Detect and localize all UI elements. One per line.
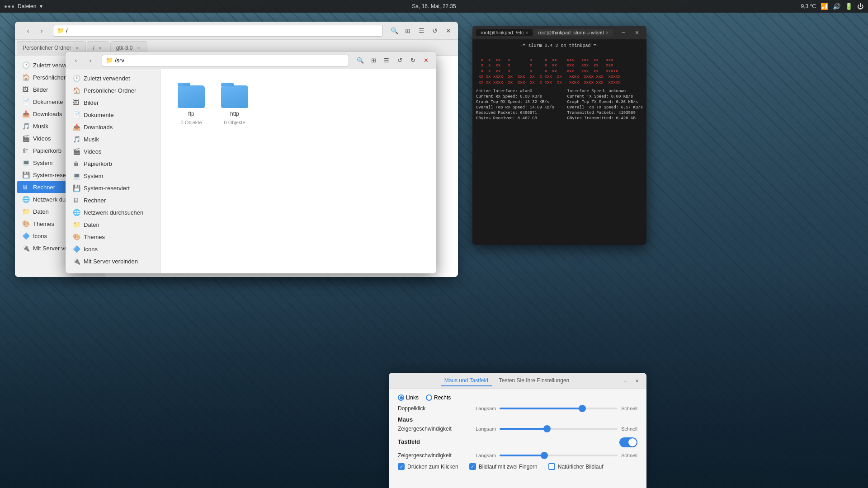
fm2-sidebar-sysreserved[interactable]: 💾 System-reserviert bbox=[67, 182, 158, 194]
fm2-forward-button[interactable]: › bbox=[85, 55, 96, 66]
maus-zeiger-thumb[interactable] bbox=[543, 425, 551, 432]
doppelklick-thumb[interactable] bbox=[579, 405, 586, 412]
topbar-app-label[interactable]: Dateien bbox=[18, 3, 36, 9]
fm2-sidebar-pictures[interactable]: 🖼 Bilder bbox=[67, 97, 158, 108]
fm1-back-button[interactable]: ‹ bbox=[22, 25, 34, 37]
mouse-tab-mouse[interactable]: Maus und Tastfeld bbox=[441, 375, 492, 386]
natuerlich-checkbox[interactable]: Natürlicher Bildlauf bbox=[548, 463, 604, 470]
natuerlich-check-box[interactable] bbox=[548, 463, 555, 470]
pictures-icon: 🖼 bbox=[22, 86, 29, 93]
mouse-tab-test[interactable]: Testen Sie Ihre Einstellungen bbox=[495, 375, 573, 386]
radio-left[interactable]: Links bbox=[398, 394, 419, 401]
tab-root-close[interactable]: × bbox=[97, 45, 104, 51]
terminal-content[interactable]: -= slurm 0.4.2 on thinkpad =- x x xx x x… bbox=[472, 39, 646, 245]
term-recv-pkts: Received Packets: 6496971 bbox=[476, 111, 554, 115]
terminal-tab-slurm[interactable]: root@thinkpad: slurm -i wlan0 × bbox=[533, 29, 613, 36]
tastfeld-zeiger-slider-row: Langsam Schnell bbox=[476, 453, 637, 458]
fm2-computer-label: Rechner bbox=[84, 197, 106, 204]
tastfeld-toggle-thumb bbox=[628, 438, 637, 446]
fm1-forward-button[interactable]: › bbox=[36, 25, 47, 37]
tab-personal-close[interactable]: × bbox=[74, 45, 80, 51]
mouse-close-button[interactable]: × bbox=[632, 376, 642, 386]
battery-icon[interactable]: 🔋 bbox=[845, 3, 853, 10]
volume-icon[interactable]: 🔊 bbox=[833, 3, 840, 10]
term-overall-tx: Overall Top TX Speed: 6.57 KB/s bbox=[567, 105, 643, 110]
fm1-refresh-button[interactable]: ↺ bbox=[429, 25, 441, 37]
bildlauf-check-box[interactable]: ✓ bbox=[469, 463, 476, 470]
fm1-list-button[interactable]: ☰ bbox=[415, 25, 427, 37]
terminal-tab-slurm-close[interactable]: × bbox=[606, 30, 609, 35]
doppelklick-track bbox=[500, 408, 618, 409]
fm2-data-icon: 📁 bbox=[73, 221, 80, 228]
fm2-sidebar-recent[interactable]: 🕐 Zuletzt verwendet bbox=[67, 72, 158, 84]
fm2-forward2-button[interactable]: ↻ bbox=[407, 55, 419, 66]
tastfeld-toggle[interactable] bbox=[619, 437, 637, 447]
fm1-nav: ‹ › bbox=[22, 25, 47, 37]
folder-http-count: 0 Objekte bbox=[224, 120, 245, 125]
terminal-minimize-button[interactable]: − bbox=[618, 27, 629, 38]
fm1-search-button[interactable]: 🔍 bbox=[388, 25, 400, 37]
fm2-search-button[interactable]: 🔍 bbox=[354, 55, 366, 66]
bildlauf-checkbox[interactable]: ✓ Bildlauf mit zwei Fingern bbox=[469, 463, 538, 470]
fm2-system-icon: 💻 bbox=[73, 172, 80, 179]
fm2-sidebar-trash[interactable]: 🗑 Papierkorb bbox=[67, 158, 158, 169]
topbar-arrow: ▾ bbox=[40, 3, 42, 9]
fm2-back-button[interactable]: ‹ bbox=[70, 55, 82, 66]
fm2-sidebar-icons[interactable]: 🔷 Icons bbox=[67, 243, 158, 255]
tab-gtk-close[interactable]: × bbox=[135, 45, 142, 51]
fm2-sidebar-computer[interactable]: 🖥 Rechner bbox=[67, 194, 158, 206]
folder-ftp[interactable]: ftp 0 Objekte bbox=[173, 82, 209, 129]
tastfeld-zeiger-row: Zeigergeschwindigkeit Langsam Schnell bbox=[398, 452, 637, 459]
fm2-grid-button[interactable]: ⊞ bbox=[368, 55, 379, 66]
drucken-checkbox[interactable]: ✓ Drücken zum Klicken bbox=[398, 463, 458, 470]
radio-left-circle[interactable] bbox=[398, 394, 404, 401]
fm2-sidebar-home[interactable]: 🏠 Persönlicher Ordner bbox=[67, 84, 158, 96]
sidebar-documents-label: Dokumente bbox=[33, 99, 63, 105]
data-icon: 📁 bbox=[22, 208, 29, 215]
mouse-minimize-button[interactable]: − bbox=[620, 376, 630, 386]
topbar-dots[interactable] bbox=[5, 5, 14, 8]
natuerlich-label: Natürlicher Bildlauf bbox=[558, 464, 604, 470]
fm1-close-button[interactable]: ✕ bbox=[443, 25, 454, 37]
terminal-tab-etc-close[interactable]: × bbox=[526, 30, 528, 35]
icons-icon: 🔷 bbox=[22, 232, 29, 239]
doppelklick-slider-row: Langsam Schnell bbox=[476, 406, 637, 411]
fm2-sidebar-network[interactable]: 🌐 Netzwerk durchsuchen bbox=[67, 206, 158, 218]
radio-right-label: Rechts bbox=[434, 394, 451, 401]
tastfeld-slow-label: Langsam bbox=[476, 453, 496, 458]
radio-right[interactable]: Rechts bbox=[426, 394, 451, 401]
fm2-back2-button[interactable]: ↺ bbox=[394, 55, 406, 66]
fm2-sidebar-data[interactable]: 📁 Daten bbox=[67, 219, 158, 230]
term-gbytes-trans: GBytes Transmitted: 0.428 GB bbox=[567, 116, 643, 121]
fm1-titlebar: ‹ › 📁 / 🔍 ⊞ ☰ ↺ ✕ bbox=[15, 22, 458, 40]
fm2-sidebar-videos[interactable]: 🎬 Videos bbox=[67, 145, 158, 157]
fm1-actions: 🔍 ⊞ ☰ ↺ ✕ bbox=[388, 25, 454, 37]
drucken-check-box[interactable]: ✓ bbox=[398, 463, 405, 470]
file-manager-2: ‹ › 📁 /srv 🔍 ⊞ ☰ ↺ ↻ ✕ 🕐 Zuletzt verwend… bbox=[66, 52, 436, 273]
fm2-sidebar-documents[interactable]: 📄 Dokumente bbox=[67, 109, 158, 121]
fm1-path[interactable]: 📁 / bbox=[53, 25, 383, 37]
fm1-grid-button[interactable]: ⊞ bbox=[402, 25, 414, 37]
power-icon[interactable]: ⏻ bbox=[857, 3, 863, 10]
fm2-data-label: Daten bbox=[84, 221, 99, 228]
folder-http[interactable]: http 0 Objekte bbox=[217, 82, 253, 129]
fm2-sidebar-music[interactable]: 🎵 Musik bbox=[67, 133, 158, 145]
fm2-close-button[interactable]: ✕ bbox=[420, 55, 432, 66]
wifi-icon[interactable]: 📶 bbox=[821, 3, 828, 10]
fm2-sidebar-themes[interactable]: 🎨 Themes bbox=[67, 231, 158, 243]
fm2-sidebar-system[interactable]: 💻 System bbox=[67, 170, 158, 182]
fm2-sidebar-connect[interactable]: 🔌 Mit Server verbinden bbox=[67, 255, 158, 267]
doppelklick-slow-label: Langsam bbox=[476, 406, 496, 411]
term-active-if: Active Interface: wlan0 bbox=[476, 89, 554, 94]
terminal-tab-etc[interactable]: root@thinkpad: /etc × bbox=[476, 29, 533, 36]
maus-zeiger-fill bbox=[500, 428, 547, 430]
fm2-list-button[interactable]: ☰ bbox=[381, 55, 392, 66]
maus-zeiger-row: Zeigergeschwindigkeit Langsam Schnell bbox=[398, 426, 637, 432]
fm2-videos-icon: 🎬 bbox=[73, 148, 80, 155]
fm2-path-bar[interactable]: 📁 /srv bbox=[102, 55, 349, 66]
fm2-sidebar-downloads[interactable]: 📥 Downloads bbox=[67, 121, 158, 133]
tastfeld-zeiger-thumb[interactable] bbox=[541, 452, 548, 459]
terminal-close-button[interactable]: × bbox=[631, 27, 643, 38]
radio-right-circle[interactable] bbox=[426, 394, 432, 401]
folder-ftp-icon bbox=[178, 85, 205, 108]
